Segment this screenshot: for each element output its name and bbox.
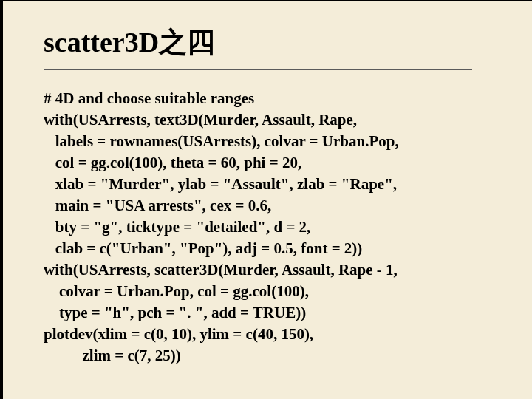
code-line: col = gg.col(100), theta = 60, phi = 20, <box>44 152 491 174</box>
code-line: clab = c("Urban", "Pop"), adj = 0.5, fon… <box>44 238 491 259</box>
code-block: # 4D and choose suitable ranges with(USA… <box>44 88 491 366</box>
code-line: # 4D and choose suitable ranges <box>44 88 491 109</box>
code-line: xlab = "Murder", ylab = "Assault", zlab … <box>44 174 491 195</box>
code-line: with(USArrests, text3D(Murder, Assault, … <box>44 109 491 131</box>
code-line: colvar = Urban.Pop, col = gg.col(100), <box>44 281 491 302</box>
slide-title: scatter3D之四 <box>44 24 491 61</box>
code-line: plotdev(xlim = c(0, 10), ylim = c(40, 15… <box>44 324 491 345</box>
slide-container: scatter3D之四 # 4D and choose suitable ran… <box>3 1 532 381</box>
code-line: zlim = c(7, 25)) <box>44 345 491 366</box>
code-line: with(USArrests, scatter3D(Murder, Assaul… <box>44 259 491 281</box>
code-line: labels = rownames(USArrests), colvar = U… <box>44 131 491 152</box>
title-divider <box>44 69 472 70</box>
code-line: bty = "g", ticktype = "detailed", d = 2, <box>44 216 491 238</box>
code-line: type = "h", pch = ". ", add = TRUE)) <box>44 302 491 324</box>
code-line: main = "USA arrests", cex = 0.6, <box>44 195 491 216</box>
